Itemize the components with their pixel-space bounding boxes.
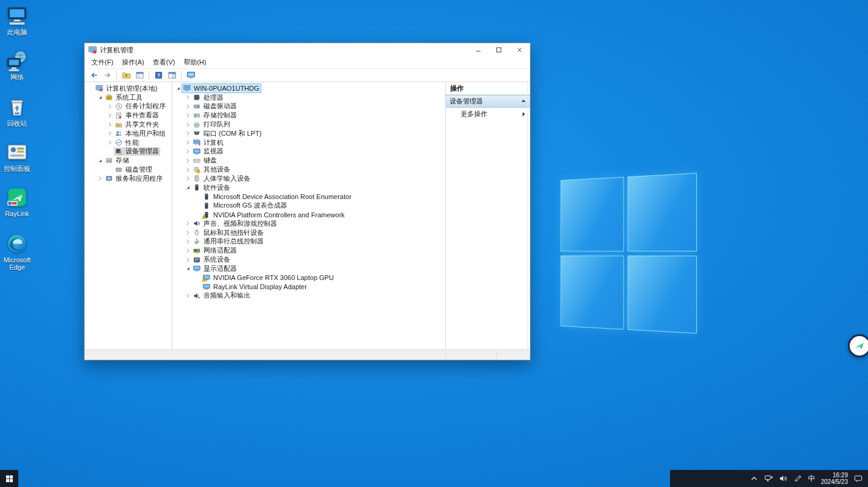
chevron-expanded-icon[interactable] (97, 157, 104, 164)
tree-item[interactable]: 键盘 (172, 156, 445, 165)
tree-item[interactable]: 系统设备 (172, 255, 445, 264)
chevron-collapsed-icon[interactable] (107, 103, 114, 110)
more-actions-item[interactable]: 更多操作 (446, 108, 530, 121)
collapse-triangle-icon[interactable] (521, 99, 526, 104)
desktop-icon-network[interactable]: 网络 (1, 50, 33, 81)
tree-item[interactable]: RayLink Virtual Display Adapter (172, 282, 445, 292)
tree-item[interactable]: 声音、视频和游戏控制器 (172, 219, 445, 228)
tree-item[interactable]: 存储 (85, 156, 172, 165)
desktop-icon-this-pc[interactable]: 此电脑 (1, 5, 33, 36)
tree-item[interactable]: 端口 (COM 和 LPT) (172, 129, 445, 138)
tree-item[interactable]: 鼠标和其他指针设备 (172, 228, 445, 237)
tree-item[interactable]: WIN-0PUAO1UTHDG (172, 84, 445, 93)
network-icon[interactable] (764, 474, 774, 483)
chevron-collapsed-icon[interactable] (107, 112, 114, 119)
tree-item[interactable]: 通用串行总线控制器 (172, 237, 445, 247)
start-button[interactable] (0, 470, 18, 487)
close-button[interactable] (509, 43, 530, 57)
desktop-icon-control-panel[interactable]: 控制面板 (1, 141, 33, 172)
tree-item[interactable]: 显示适配器 (172, 264, 445, 273)
chevron-collapsed-icon[interactable] (185, 175, 192, 182)
tree-item[interactable]: 事件查看器 (85, 111, 172, 120)
chevron-expanded-icon[interactable] (185, 265, 192, 272)
tree-item[interactable]: 共享文件夹 (85, 120, 172, 129)
tree-item-label: 软件设备 (203, 183, 230, 192)
chevron-expanded-icon[interactable] (175, 85, 182, 92)
actions-group-device-manager[interactable]: 设备管理器 (446, 95, 530, 108)
chevron-collapsed-icon[interactable] (185, 238, 192, 245)
menu-item[interactable]: 文件(F) (87, 57, 118, 68)
console-window-button[interactable] (133, 70, 146, 81)
menu-item[interactable]: 操作(A) (118, 57, 149, 68)
tree-item[interactable]: 存储控制器 (172, 111, 445, 120)
taskbar-clock[interactable]: 16:29 2024/5/23 (821, 472, 849, 485)
minimize-button[interactable] (468, 43, 489, 57)
forward-button[interactable] (101, 70, 113, 81)
raylink-assist-button[interactable] (848, 334, 868, 357)
tree-item[interactable]: 音频输入和输出 (172, 291, 445, 300)
chevron-collapsed-icon[interactable] (97, 175, 104, 182)
chevron-collapsed-icon[interactable] (185, 157, 192, 164)
tree-item[interactable]: 磁盘驱动器 (172, 102, 445, 111)
chevron-up-icon[interactable] (750, 474, 759, 483)
tree-item[interactable]: 磁盘管理 (85, 165, 172, 174)
chevron-collapsed-icon[interactable] (185, 292, 192, 300)
tree-item[interactable]: 网络适配器 (172, 246, 445, 255)
tree-item[interactable]: 性能 (85, 138, 172, 147)
chevron-collapsed-icon[interactable] (185, 130, 192, 137)
windows-logo-pane (560, 177, 623, 251)
maximize-button[interactable] (489, 43, 509, 57)
windows-ink-icon[interactable] (794, 474, 803, 483)
chevron-collapsed-icon[interactable] (107, 121, 114, 128)
chevron-collapsed-icon[interactable] (185, 220, 192, 227)
window-titlebar[interactable]: 计算机管理 (85, 43, 530, 57)
tree-item[interactable]: 软件设备 (172, 183, 445, 192)
chevron-collapsed-icon[interactable] (185, 139, 192, 146)
menu-item[interactable]: 查看(V) (149, 57, 180, 68)
tree-item[interactable]: 任务计划程序 (85, 102, 172, 111)
tree-item[interactable]: 监视器 (172, 147, 445, 156)
tree-item[interactable]: 打印队列 (172, 120, 445, 129)
chevron-collapsed-icon[interactable] (185, 94, 192, 101)
tree-item[interactable]: 计算机管理(本地) (85, 84, 172, 93)
tree-item[interactable]: Microsoft Device Association Root Enumer… (172, 192, 445, 201)
desktop-icon-label: 回收站 (7, 120, 27, 127)
tree-item[interactable]: ?其他设备 (172, 165, 445, 174)
action-center-icon[interactable] (853, 474, 863, 483)
tree-item[interactable]: Microsoft GS 波表合成器 (172, 201, 445, 210)
chevron-collapsed-icon[interactable] (107, 139, 114, 146)
tree-item[interactable]: NVIDIA GeForce RTX 3060 Laptop GPU (172, 273, 445, 282)
chevron-collapsed-icon[interactable] (185, 166, 192, 173)
console-window-2-button[interactable] (166, 70, 178, 81)
tree-item[interactable]: 计算机 (172, 138, 445, 147)
tree-item[interactable]: 处理器 (172, 93, 445, 102)
chevron-collapsed-icon[interactable] (185, 256, 192, 264)
tree-item[interactable]: 系统工具 (85, 93, 172, 102)
tree-item[interactable]: NVIDIA Platform Controllers and Framewor… (172, 210, 445, 219)
tree-item[interactable]: 服务和应用程序 (85, 174, 172, 183)
desktop-icon-recycle-bin[interactable]: 回收站 (1, 96, 33, 127)
chevron-collapsed-icon[interactable] (185, 229, 192, 236)
desktop-icon-raylink[interactable]: RayLink (1, 186, 33, 217)
chevron-collapsed-icon[interactable] (185, 103, 192, 110)
tree-item-label: 键盘 (203, 156, 217, 165)
chevron-expanded-icon[interactable] (185, 184, 192, 191)
tree-item[interactable]: 本地用户和组 (85, 129, 172, 138)
menu-item[interactable]: 帮助(H) (179, 57, 210, 68)
chevron-collapsed-icon[interactable] (185, 148, 192, 155)
tree-item-label: WIN-0PUAO1UTHDG (194, 85, 259, 92)
back-button[interactable] (88, 70, 100, 81)
desktop-icon-edge[interactable]: Microsoft Edge (1, 233, 33, 271)
chevron-collapsed-icon[interactable] (107, 130, 114, 137)
chevron-collapsed-icon[interactable] (185, 247, 192, 254)
tree-item[interactable]: 设备管理器 (85, 147, 172, 156)
export-button[interactable] (120, 70, 132, 81)
chevron-collapsed-icon[interactable] (185, 121, 192, 128)
help-button[interactable]: ? (152, 70, 164, 81)
chevron-expanded-icon[interactable] (97, 94, 104, 101)
ime-indicator[interactable]: 中 (808, 474, 816, 484)
chevron-collapsed-icon[interactable] (185, 112, 192, 119)
volume-icon[interactable] (779, 474, 788, 483)
monitor-view-button[interactable] (185, 70, 197, 81)
tree-item[interactable]: 人体学输入设备 (172, 174, 445, 183)
